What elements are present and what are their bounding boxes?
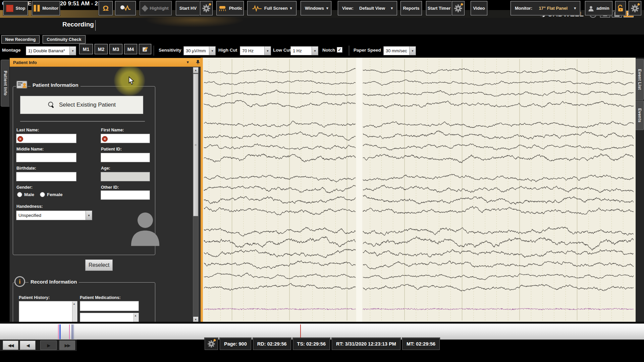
toolbar-separator [95,20,96,31]
stop-button[interactable]: Stop [3,1,28,15]
events-tab[interactable]: Events [636,101,644,130]
dropdown-arrow-icon: ▾ [312,47,318,55]
patient-medications-textarea[interactable]: ▲ [80,313,139,323]
birthdate-input[interactable] [16,172,76,181]
status-settings-button[interactable] [205,338,218,350]
panel-collapse-icon[interactable]: ▾ [187,60,189,64]
continuity-check-button[interactable]: Continuity Check [43,35,86,44]
patient-info-panel: Patient Info ▾ Patient Information Selec… [9,58,203,323]
previous-page-button[interactable]: ◀ [20,341,36,350]
start-timer-button[interactable]: Start Timer [426,1,452,15]
scrollbar-thumb[interactable]: ≡ [193,74,198,216]
photic-button[interactable]: Photic [216,1,244,15]
monitor-selector[interactable]: Monitor: 17" Flat Panel ▾ [511,1,580,15]
hv-settings-button[interactable] [200,1,213,15]
middle-name-input[interactable] [16,153,76,162]
other-id-input[interactable] [101,190,150,200]
windows-menu-button[interactable]: Windows ▾ [301,1,331,15]
rewind-icon: ◀◀ [8,343,13,348]
patient-panel-header[interactable]: Patient Info ▾ [10,58,203,67]
textarea-scrollbar[interactable]: ▲ [133,313,138,322]
gender-female-radio[interactable]: Female [40,192,63,197]
gender-male-radio[interactable]: Male [17,192,34,197]
status-mt: MT: 02:29:56 [402,338,440,350]
monitor-value: 17" Flat Panel [539,6,568,11]
highlight-button[interactable]: Highlight [140,1,172,15]
select-existing-patient-button[interactable]: Select Existing Patient [20,96,143,114]
scroll-up-icon[interactable]: ▲ [73,302,75,305]
timer-settings-button[interactable] [452,1,465,15]
other-id-label: Other ID: [101,185,119,190]
sensitivity-value: 30 µV/mm [184,48,209,53]
age-label: Age: [101,166,110,171]
event-marker-button[interactable] [115,1,136,15]
montage-m1-button[interactable]: M1 [79,44,93,54]
record-information-title: Record Information [29,279,79,285]
reports-button[interactable]: Reports [400,1,422,15]
scroll-up-button[interactable]: ▲ [193,67,198,73]
video-button[interactable]: Video [471,1,487,15]
first-page-button[interactable]: ◀◀ [3,341,18,350]
settings-button[interactable] [629,1,641,15]
right-tab-strip: Event List Events [636,58,644,323]
handedness-dropdown[interactable]: Unspecified ▾ [16,210,92,220]
notch-label: Notch [322,48,335,53]
montage-m2-button[interactable]: M2 [95,44,108,54]
timeline-marker [58,324,59,339]
timeline-marker [72,324,72,339]
edit-montage-button[interactable] [139,44,151,54]
full-screen-button[interactable]: Full Screen ▾ [247,1,297,15]
textarea-scrollbar[interactable]: ▲ [72,302,77,322]
user-button[interactable]: admin [585,1,612,15]
last-name-input[interactable] [16,134,76,143]
paper-speed-dropdown[interactable]: 30 mm/sec ▾ [383,46,416,55]
dropdown-arrow-icon: ▾ [409,47,416,55]
status-rt: RT: 3/31/2020 12:23:13 PM [332,338,400,350]
patient-id-label: Patient ID: [101,147,122,152]
reselect-button[interactable]: Reselect [85,259,113,271]
dropdown-arrow-icon: ▾ [264,47,271,55]
patient-medications-label: Patient Medications: [80,295,121,300]
validation-error-icon: ✕ [102,136,108,142]
user-icon [588,5,594,11]
montage-dropdown[interactable]: 1) Double Banana* ▾ [26,46,76,55]
last-page-button[interactable]: ▶▶ [59,341,75,350]
montage-m3-button[interactable]: M3 [109,44,122,54]
gear-icon [208,340,215,348]
birthdate-label: Birthdate: [16,166,36,171]
patient-id-input[interactable] [101,153,150,162]
recording-timeline[interactable] [0,323,644,340]
photic-lamp-icon [218,5,227,12]
high-cut-dropdown[interactable]: 70 Hz ▾ [240,46,271,55]
lock-button[interactable] [615,1,626,15]
eeg-trace-area[interactable] [203,58,636,322]
event-list-tab[interactable]: Event List [636,59,644,100]
handedness-label: Handedness: [16,204,43,209]
chevron-down-icon: ▾ [574,6,576,10]
notch-checkbox[interactable]: ✓ [337,47,342,53]
timeline-marker [73,324,74,339]
radio-icon [40,192,45,197]
scroll-up-icon[interactable]: ▲ [134,314,137,317]
impedance-omega-icon: Ω [103,4,109,13]
patient-medications-input[interactable] [80,301,139,311]
first-name-input[interactable] [101,134,150,143]
panel-scrollbar[interactable]: ▲ ≡ ▼ [193,67,199,323]
timeline-marker [59,324,61,339]
low-cut-dropdown[interactable]: 1 Hz ▾ [290,46,318,55]
impedance-button[interactable]: Ω [99,1,113,15]
view-selector[interactable]: View: Default View ▾ [338,1,397,15]
sensitivity-dropdown[interactable]: 30 µV/mm ▾ [183,46,216,55]
patient-history-textarea[interactable]: ▲ [19,301,77,323]
low-cut-value: 1 Hz [291,48,312,53]
montage-m4-button[interactable]: M4 [124,44,137,54]
new-recording-button[interactable]: New Recording [1,35,40,44]
acquisition-controls: Montage 1) Double Banana* ▾ M1 M2 M3 M4 … [0,45,644,58]
monitor-button[interactable]: Monitor [32,1,60,15]
panel-pin-icon[interactable] [195,59,200,65]
dropdown-arrow-icon: ▾ [69,47,76,55]
start-hv-button[interactable]: Start HV [176,1,200,15]
patient-info-side-tab[interactable]: Patient Info [1,60,9,107]
handedness-value: Unspecified [16,213,86,218]
next-page-button[interactable]: ▶ [40,341,57,350]
